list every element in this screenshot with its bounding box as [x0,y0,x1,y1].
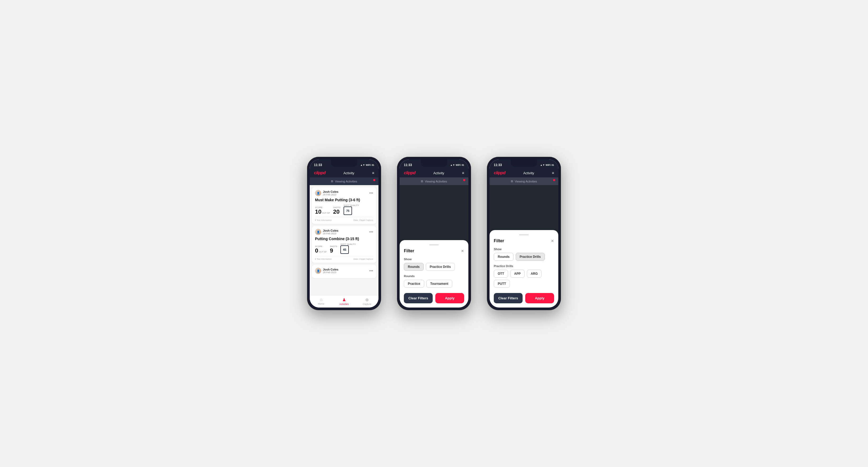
filter-overlay: Filter ✕ Show Rounds Practice Drills Pra… [490,185,558,308]
show-section: Show Rounds Practice Drills [404,257,464,271]
show-btn-1[interactable]: Practice Drills [516,253,545,261]
sheet-footer: Clear Filters Apply [404,293,464,303]
show-btn-1[interactable]: Practice Drills [426,263,455,271]
score-group: Score 10 OUT OF [315,206,330,215]
practice-btn-3[interactable]: PUTT [494,280,510,288]
menu-icon[interactable]: ≡ [462,171,464,175]
quality-group: Shot Quality 45 [340,243,356,254]
status-icons: ▲▼ WiFi 31 [360,164,374,166]
status-time: 11:33 [314,163,322,167]
user-details: Josh Coles 28 Feb 2023 [323,268,339,274]
show-label: Show [404,257,464,261]
viewing-bar-text: Viewing Activities [335,180,357,183]
more-options-icon[interactable]: ••• [369,191,373,195]
viewing-activities-bar[interactable]: ⊞ Viewing Activities [490,178,558,185]
viewing-activities-bar[interactable]: ⊞ Viewing Activities [310,178,378,185]
header-title: Activity [523,171,534,175]
sliders-icon: ⊞ [511,180,513,183]
rounds-btn-1[interactable]: Tournament [426,280,452,288]
app-header: clippd Activity ≡ [400,168,468,178]
user-date: 28 Feb 2023 [323,193,339,196]
clear-filters-button[interactable]: Clear Filters [494,293,523,303]
show-btn-0[interactable]: Rounds [494,253,514,261]
close-button[interactable]: ✕ [551,239,554,243]
stats-row: Score 10 OUT OF Shots 20 Shot Quality 75 [315,204,373,215]
activities-content: 👤 Josh Coles 28 Feb 2023 ••• Must Make P… [310,185,378,295]
wifi-icon: WiFi [546,164,551,166]
user-info: 👤 Josh Coles 28 Feb 2023 [315,268,339,274]
bottom-nav: ⌂ Home ♟ Activities ⊕ Capture [310,295,378,308]
show-section: Show Rounds Practice Drills [494,248,554,261]
nav-icon-activities: ♟ [342,297,346,302]
sheet-handle [429,244,439,245]
shots-group: Shots 9 [330,245,337,254]
screens-container: 11:33 ▲▼ WiFi 31 clippd Activity ≡ ⊞ Vie… [307,157,561,310]
phone-inner-3: 11:33 ▲▼ WiFi 31 clippd Activity ≡ ⊞ Vie… [490,159,558,308]
nav-icon-capture: ⊕ [365,297,369,302]
score-group: Score 0 OUT OF [315,245,327,254]
nav-item-capture[interactable]: ⊕ Capture [355,297,378,305]
rounds-btn-0[interactable]: Practice [404,280,424,288]
wifi-icon: WiFi [366,164,371,166]
clear-filters-button[interactable]: Clear Filters [404,293,433,303]
dimmed-background: Filter ✕ Show Rounds Practice Drills Rou… [400,185,468,308]
apply-button[interactable]: Apply [525,293,554,303]
practice-section: Practice Drills OTT APP ARG PUTT [494,264,554,288]
footer-info: ℹ Test Information [315,219,332,221]
user-date: 28 Feb 2023 [323,232,339,235]
card-header: 👤 Josh Coles 28 Feb 2023 ••• [315,190,373,196]
notch [421,159,447,167]
menu-icon[interactable]: ≡ [552,171,554,175]
more-options-icon[interactable]: ••• [369,230,373,234]
notch [511,159,537,167]
practice-btn-0[interactable]: OTT [494,270,508,278]
phone-inner-1: 11:33 ▲▼ WiFi 31 clippd Activity ≡ ⊞ Vie… [310,159,378,308]
show-btn-0[interactable]: Rounds [404,263,424,271]
battery-icon: 31 [551,164,554,166]
activity-card: 👤 Josh Coles 28 Feb 2023 ••• Putting Com… [312,226,376,263]
practice-label: Practice Drills [494,264,554,268]
info-icon: ℹ [315,219,316,221]
card-header: 👤 Josh Coles 28 Feb 2023 ••• [315,229,373,235]
filter-title: Filter [404,249,414,253]
viewing-bar-text: Viewing Activities [515,180,537,183]
out-of-text: OUT OF [322,212,330,214]
header-title: Activity [343,171,354,175]
nav-item-home[interactable]: ⌂ Home [310,297,333,305]
show-buttons: Rounds Practice Drills [494,253,554,261]
nav-label-home: Home [318,303,324,305]
info-text: Test Information [317,219,332,221]
user-name: Josh Coles [323,190,339,193]
out-of-text: OUT OF [319,251,327,253]
user-details: Josh Coles 28 Feb 2023 [323,229,339,235]
apply-button[interactable]: Apply [435,293,464,303]
card-header: 👤 Josh Coles 28 Feb 2023 ••• [315,268,373,274]
more-options-icon[interactable]: ••• [369,269,373,273]
quality-label: Shot Quality [340,243,356,245]
viewing-activities-bar[interactable]: ⊞ Viewing Activities [400,178,468,185]
notch [331,159,357,167]
logo: clippd [494,170,505,175]
activity-card: 👤 Josh Coles 28 Feb 2023 ••• Must Make P… [312,187,376,224]
close-button[interactable]: ✕ [461,249,464,253]
filter-overlay: Filter ✕ Show Rounds Practice Drills Rou… [400,185,468,308]
activity-title: Must Make Putting (3-6 ft) [315,198,373,202]
nav-label-activities: Activities [339,303,349,305]
footer-source: Data: Clippd Capture [353,258,373,260]
viewing-bar-text: Viewing Activities [425,180,447,183]
phone-2: 11:33 ▲▼ WiFi 31 clippd Activity ≡ ⊞ Vie… [397,157,471,310]
nav-item-activities[interactable]: ♟ Activities [333,297,356,305]
footer-source: Data: Clippd Capture [353,219,373,221]
user-info: 👤 Josh Coles 28 Feb 2023 [315,190,339,196]
battery-icon: 31 [372,164,374,166]
info-text: Test Information [317,258,332,260]
score-value: 0 [315,248,318,254]
sheet-handle [519,234,529,235]
practice-btn-2[interactable]: ARG [527,270,542,278]
menu-icon[interactable]: ≡ [372,171,374,175]
logo: clippd [314,170,326,175]
user-name: Josh Coles [323,268,339,271]
filter-sheet: Filter ✕ Show Rounds Practice Drills Pra… [490,230,558,308]
signal-icon: ▲▼ [540,164,545,166]
practice-btn-1[interactable]: APP [510,270,525,278]
